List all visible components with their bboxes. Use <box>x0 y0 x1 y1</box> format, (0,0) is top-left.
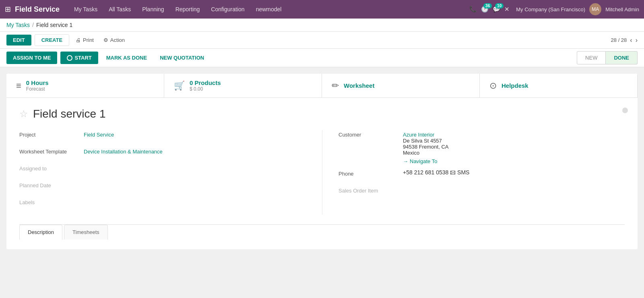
pagination-prev[interactable]: ‹ <box>630 37 632 44</box>
helpdesk-value: Helpdesk <box>502 82 528 89</box>
favorite-star-icon[interactable]: ☆ <box>19 108 28 120</box>
mark-as-done-button[interactable]: MARK AS DONE <box>101 52 152 64</box>
stat-hours[interactable]: ≡ 0 Hours Forecast <box>6 74 164 97</box>
breadcrumb-parent[interactable]: My Tasks <box>6 22 30 28</box>
app-name: Field Service <box>15 5 60 14</box>
stat-hours-content: 0 Hours Forecast <box>26 79 49 92</box>
company-name: My Company (San Francisco) <box>516 6 585 12</box>
worksheet-value: Worksheet <box>344 82 374 89</box>
stat-products-content: 0 Products $ 0.00 <box>190 79 221 92</box>
clock-badge: 36 <box>483 3 492 8</box>
gear-icon: ⚙ <box>103 37 108 43</box>
hours-value: 0 Hours <box>26 79 49 86</box>
close-icon[interactable]: ✕ <box>504 6 510 13</box>
worksheet-template-value[interactable]: Device Installation & Maintenance <box>84 147 163 155</box>
phone-label: Phone <box>339 169 403 177</box>
app-grid-icon[interactable]: ⊞ <box>5 5 11 14</box>
sales-order-label: Sales Order Item <box>339 186 403 194</box>
tab-timesheets[interactable]: Timesheets <box>64 225 108 240</box>
assigned-to-label: Assigned to <box>19 164 84 172</box>
stat-products[interactable]: 🛒 0 Products $ 0.00 <box>164 74 322 97</box>
stage-new-button[interactable]: NEW <box>577 51 606 64</box>
new-quotation-button[interactable]: NEW QUOTATION <box>155 52 209 64</box>
phone-info: +58 212 681 0538 🖂 SMS <box>403 169 469 176</box>
field-labels: Labels <box>19 198 306 210</box>
form-title: Field service 1 <box>33 108 106 120</box>
status-bar-left: ASSIGN TO ME START MARK AS DONE NEW QUOT… <box>6 52 209 64</box>
project-value[interactable]: Field Service <box>84 130 114 138</box>
chat-badge: 10 <box>495 3 504 8</box>
address-line2: 94538 Fremont, CA <box>403 144 448 150</box>
navigate-to-button[interactable]: → Navigate To <box>403 158 448 164</box>
top-navigation: ⊞ Field Service My Tasks All Tasks Plann… <box>0 0 644 19</box>
stage-buttons: NEW DONE <box>577 51 638 64</box>
nav-my-tasks[interactable]: My Tasks <box>69 4 102 15</box>
field-planned-date: Planned Date <box>19 181 306 193</box>
stat-helpdesk[interactable]: ⊙ Helpdesk <box>480 74 638 97</box>
customer-label: Customer <box>339 130 403 138</box>
fields-left: Project Field Service Worksheet Template… <box>19 130 322 215</box>
nav-links: My Tasks All Tasks Planning Reporting Co… <box>69 4 469 15</box>
nav-newmodel[interactable]: newmodel <box>251 4 287 15</box>
project-label: Project <box>19 130 84 138</box>
clock-icon[interactable]: 🕐36 <box>481 6 489 13</box>
pagination-next[interactable]: › <box>636 37 638 44</box>
form-tabs: Description Timesheets <box>19 224 625 240</box>
stats-row: ≡ 0 Hours Forecast 🛒 0 Products $ 0.00 ✏… <box>6 74 638 98</box>
phone-number[interactable]: +58 212 681 0538 <box>403 169 448 176</box>
scroll-indicator <box>622 108 628 113</box>
print-label: Print <box>83 37 94 43</box>
chat-icon[interactable]: 💬10 <box>493 6 500 13</box>
nav-planning[interactable]: Planning <box>137 4 169 15</box>
form-body: ☆ Field service 1 Project Field Service … <box>6 98 638 249</box>
start-circle-icon <box>67 55 72 61</box>
action-label: Action <box>110 37 125 43</box>
products-value: 0 Products <box>190 79 221 86</box>
hours-label: Forecast <box>26 86 49 92</box>
form-card: ≡ 0 Hours Forecast 🛒 0 Products $ 0.00 ✏… <box>6 74 638 249</box>
nav-configuration[interactable]: Configuration <box>206 4 249 15</box>
field-worksheet-template: Worksheet Template Device Installation &… <box>19 147 306 159</box>
print-button[interactable]: 🖨 Print <box>72 35 97 46</box>
action-bar-left: EDIT CREATE 🖨 Print ⚙ Action <box>6 34 128 46</box>
breadcrumb: My Tasks / Field service 1 <box>0 19 644 32</box>
action-bar: EDIT CREATE 🖨 Print ⚙ Action 28 / 28 ‹ › <box>0 32 644 49</box>
status-bar: ASSIGN TO ME START MARK AS DONE NEW QUOT… <box>0 49 644 67</box>
field-sales-order: Sales Order Item <box>339 186 625 198</box>
navigate-arrow-icon: → <box>403 158 408 164</box>
sms-icon: 🖂 <box>450 169 456 176</box>
nav-all-tasks[interactable]: All Tasks <box>104 4 136 15</box>
pagination-text: 28 / 28 <box>611 37 627 43</box>
breadcrumb-current: Field service 1 <box>36 22 72 28</box>
labels-label: Labels <box>19 198 84 205</box>
nav-reporting[interactable]: Reporting <box>171 4 205 15</box>
start-label: START <box>74 55 91 61</box>
form-title-row: ☆ Field service 1 <box>19 108 625 120</box>
address-line1: De Silva St 4557 <box>403 138 448 144</box>
assign-to-me-button[interactable]: ASSIGN TO ME <box>6 52 57 64</box>
products-icon: 🛒 <box>174 81 185 91</box>
stat-worksheet-content: Worksheet <box>344 82 374 89</box>
field-project: Project Field Service <box>19 130 306 142</box>
stage-done-button[interactable]: DONE <box>606 51 638 64</box>
fields-right: Customer Azure Interior De Silva St 4557… <box>322 130 625 215</box>
helpdesk-icon: ⊙ <box>489 81 497 91</box>
planned-date-label: Planned Date <box>19 181 84 188</box>
printer-icon: 🖨 <box>76 37 81 43</box>
stat-worksheet[interactable]: ✏ Worksheet <box>322 74 480 97</box>
pagination-bar: 28 / 28 ‹ › <box>611 37 638 44</box>
field-phone: Phone +58 212 681 0538 🖂 SMS <box>339 169 625 181</box>
start-button[interactable]: START <box>60 52 98 64</box>
edit-button[interactable]: EDIT <box>6 35 31 46</box>
avatar[interactable]: MA <box>589 3 601 15</box>
sms-label: SMS <box>457 169 469 176</box>
action-button[interactable]: ⚙ Action <box>100 35 128 46</box>
customer-name[interactable]: Azure Interior <box>403 132 448 138</box>
worksheet-template-label: Worksheet Template <box>19 147 84 155</box>
create-button[interactable]: CREATE <box>35 34 69 46</box>
sms-button[interactable]: 🖂 SMS <box>450 169 469 176</box>
address-line3: Mexico <box>403 150 448 156</box>
tab-description[interactable]: Description <box>19 225 62 240</box>
form-fields: Project Field Service Worksheet Template… <box>19 130 625 215</box>
phone-icon[interactable]: 📞 <box>469 6 477 13</box>
